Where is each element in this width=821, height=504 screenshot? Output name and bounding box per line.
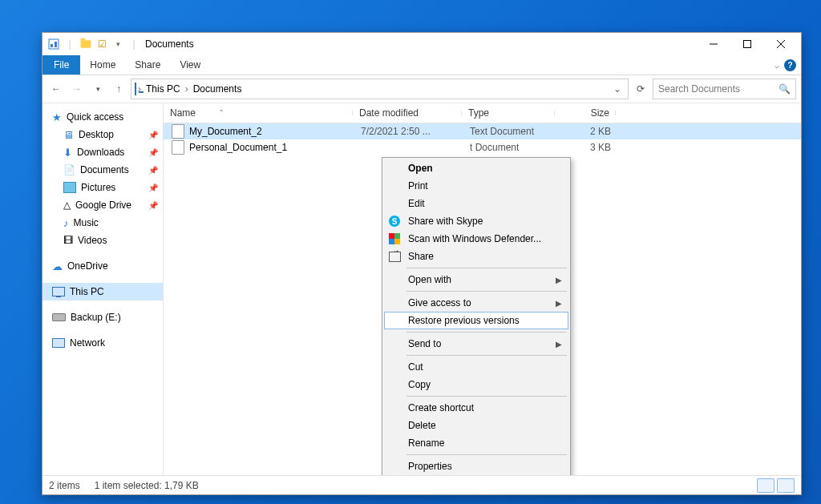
header-size[interactable]: Size xyxy=(555,107,616,119)
view-buttons xyxy=(757,478,795,493)
nav-downloads[interactable]: ⬇Downloads📌 xyxy=(42,143,163,161)
nav-pictures[interactable]: Pictures📌 xyxy=(42,179,163,196)
search-box[interactable]: Search Documents 🔍 xyxy=(653,79,796,99)
view-large-icons-button[interactable] xyxy=(777,478,795,493)
nav-documents[interactable]: 📄Documents📌 xyxy=(42,161,163,179)
ribbon-collapse-icon[interactable]: ⌵ xyxy=(774,61,779,70)
header-name[interactable]: Name˄ xyxy=(164,107,353,119)
window-controls xyxy=(697,33,798,55)
pc-icon xyxy=(135,83,136,95)
file-size: 2 KB xyxy=(556,126,617,137)
defender-icon xyxy=(387,233,402,244)
ctx-divider xyxy=(406,332,567,333)
back-button[interactable]: ← xyxy=(47,80,65,98)
file-row-selected[interactable]: My_Document_2 7/2/2021 2:50 ... Text Doc… xyxy=(164,123,801,139)
share-icon xyxy=(387,252,402,262)
pin-icon: 📌 xyxy=(148,183,158,192)
ctx-divider xyxy=(406,355,567,356)
nav-label: Downloads xyxy=(77,147,124,158)
music-icon: ♪ xyxy=(63,217,69,229)
tab-view[interactable]: View xyxy=(170,55,210,75)
explorer-window: | ☑ ▾ | Documents File Home Share View ⌵… xyxy=(42,32,802,495)
ctx-properties[interactable]: Properties xyxy=(384,458,568,475)
ctx-rename[interactable]: Rename xyxy=(384,434,568,452)
tab-file[interactable]: File xyxy=(42,55,80,75)
recent-menu-icon[interactable]: ▾ xyxy=(89,80,107,98)
submenu-arrow-icon: ▶ xyxy=(556,276,562,284)
svg-rect-4 xyxy=(744,41,751,48)
videos-icon: 🎞 xyxy=(63,235,73,246)
view-details-button[interactable] xyxy=(757,478,774,493)
ctx-open-with[interactable]: Open with▶ xyxy=(384,271,568,288)
nav-videos[interactable]: 🎞Videos xyxy=(42,232,163,249)
ctx-copy[interactable]: Copy xyxy=(384,376,568,393)
file-row[interactable]: Personal_Document_1 t Document 3 KB xyxy=(164,139,801,155)
nav-google-drive[interactable]: △Google Drive📌 xyxy=(42,196,163,214)
forward-button[interactable]: → xyxy=(68,80,86,98)
ctx-create-shortcut[interactable]: Create shortcut xyxy=(384,399,568,417)
ctx-share[interactable]: Share xyxy=(384,248,568,265)
header-date[interactable]: Date modified xyxy=(353,107,462,119)
ctx-cut[interactable]: Cut xyxy=(384,358,568,376)
explorer-body: ★Quick access 🖥Desktop📌 ⬇Downloads📌 📄Doc… xyxy=(42,103,801,475)
address-row: ← → ▾ ↑ › This PC › Documents ⌄ ⟳ Search… xyxy=(42,75,801,103)
ctx-edit[interactable]: Edit xyxy=(384,195,568,212)
desktop-icon: 🖥 xyxy=(63,129,74,141)
ctx-print[interactable]: Print xyxy=(384,177,568,195)
submenu-arrow-icon: ▶ xyxy=(556,340,562,349)
nav-onedrive[interactable]: ☁OneDrive xyxy=(42,257,163,275)
refresh-button[interactable]: ⟳ xyxy=(632,83,649,95)
ctx-delete[interactable]: Delete xyxy=(384,417,568,434)
nav-label: Quick access xyxy=(67,111,123,123)
header-type[interactable]: Type xyxy=(462,107,555,119)
navigation-pane: ★Quick access 🖥Desktop📌 ⬇Downloads📌 📄Doc… xyxy=(42,103,164,475)
file-type: t Document xyxy=(463,142,556,153)
qat-checked-icon[interactable]: ☑ xyxy=(95,38,108,50)
minimize-button[interactable] xyxy=(697,33,730,55)
nav-network[interactable]: Network xyxy=(42,334,163,352)
nav-this-pc[interactable]: This PC xyxy=(42,283,163,300)
address-bar[interactable]: › This PC › Documents ⌄ xyxy=(131,79,629,99)
file-size: 3 KB xyxy=(556,142,617,153)
up-button[interactable]: ↑ xyxy=(110,80,127,98)
file-type: Text Document xyxy=(463,126,556,137)
downloads-icon: ⬇ xyxy=(63,147,72,159)
address-history-dropdown[interactable]: ⌄ xyxy=(610,83,625,95)
crumb-this-pc[interactable]: This PC xyxy=(143,83,184,95)
column-headers: Name˄ Date modified Type Size xyxy=(164,103,801,123)
ctx-divider xyxy=(406,268,567,268)
titlebar: | ☑ ▾ | Documents xyxy=(42,33,801,55)
properties-icon[interactable] xyxy=(47,38,60,50)
new-folder-icon[interactable] xyxy=(79,38,92,50)
nav-music[interactable]: ♪Music xyxy=(42,214,163,232)
sort-asc-icon: ˄ xyxy=(220,109,224,117)
nav-label: Music xyxy=(74,217,99,228)
tab-share[interactable]: Share xyxy=(125,55,170,75)
ctx-scan-defender[interactable]: Scan with Windows Defender... xyxy=(384,230,568,248)
ctx-restore-previous-versions[interactable]: Restore previous versions xyxy=(384,312,568,329)
search-placeholder: Search Documents xyxy=(658,83,740,95)
pictures-icon xyxy=(63,182,76,193)
nav-quick-access[interactable]: ★Quick access xyxy=(42,108,163,126)
ctx-share-skype[interactable]: SShare with Skype xyxy=(384,212,568,230)
ctx-give-access[interactable]: Give access to▶ xyxy=(384,294,568,312)
nav-desktop[interactable]: 🖥Desktop📌 xyxy=(42,126,163,143)
qat-dropdown-icon[interactable]: ▾ xyxy=(111,38,124,50)
ctx-divider xyxy=(406,454,567,455)
qat-divider: | xyxy=(127,38,140,50)
ctx-open[interactable]: Open xyxy=(384,159,568,177)
skype-icon: S xyxy=(387,216,402,227)
chevron-right-icon[interactable]: › xyxy=(184,83,190,95)
nav-backup-drive[interactable]: Backup (E:) xyxy=(42,308,163,326)
maximize-button[interactable] xyxy=(730,33,764,55)
help-icon[interactable]: ? xyxy=(784,59,796,71)
svg-rect-0 xyxy=(49,39,59,49)
onedrive-icon: ☁ xyxy=(52,260,63,272)
close-button[interactable] xyxy=(764,33,798,55)
ctx-send-to[interactable]: Send to▶ xyxy=(384,335,568,353)
nav-label: Backup (E:) xyxy=(71,312,121,323)
crumb-documents[interactable]: Documents xyxy=(190,83,245,95)
nav-label: Google Drive xyxy=(75,200,131,211)
nav-label: This PC xyxy=(70,286,104,297)
tab-home[interactable]: Home xyxy=(80,55,125,75)
